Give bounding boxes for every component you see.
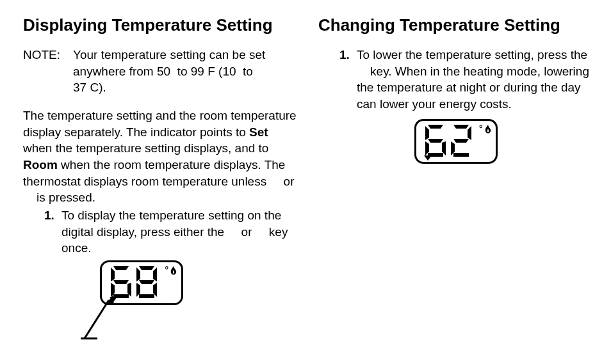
svg-marker-9: [139, 280, 154, 284]
manual-page: Displaying Temperature Setting NOTE: You…: [0, 0, 611, 364]
svg-marker-16: [428, 125, 443, 129]
changing-steps: To lower the temperature setting, press …: [318, 47, 593, 113]
changing-step-1: To lower the temperature setting, press …: [353, 47, 593, 113]
callout-arrow-icon: [77, 286, 134, 344]
svg-marker-14: [106, 295, 114, 305]
lcd-digits-62: [425, 125, 473, 157]
note-block: NOTE: Your temperature setting can be se…: [23, 47, 298, 96]
left-column: Displaying Temperature Setting NOTE: You…: [23, 15, 311, 364]
svg-marker-23: [468, 126, 471, 140]
para-part-c: when the temperature setting displays, a…: [23, 141, 268, 155]
displaying-step-1: To display the temperature setting on th…: [58, 207, 298, 257]
changing-temp-title: Changing Temperature Setting: [318, 15, 593, 35]
displaying-steps: To display the temperature setting on th…: [23, 207, 298, 257]
flame-icon: [170, 266, 177, 275]
svg-marker-22: [453, 125, 469, 129]
svg-marker-6: [139, 266, 154, 270]
svg-marker-17: [425, 126, 429, 140]
lcd-inner: °: [416, 121, 496, 162]
lcd-62-figure: °: [395, 119, 517, 170]
para-set-bold: Set: [249, 125, 268, 139]
lcd-frame: °: [414, 119, 498, 164]
svg-marker-24: [453, 139, 469, 143]
note-body: Your temperature setting can be set anyw…: [73, 47, 298, 96]
svg-line-13: [85, 300, 109, 338]
svg-marker-12: [139, 294, 154, 298]
digit-8: [136, 266, 157, 298]
displaying-paragraph: The temperature setting and the room tem…: [23, 107, 298, 206]
para-room-bold: Room: [23, 158, 58, 171]
pointer-triangle-icon: [424, 155, 432, 161]
svg-marker-2: [113, 280, 129, 284]
degree-symbol: °: [479, 123, 483, 134]
svg-marker-26: [453, 153, 469, 157]
flame-icon: [484, 125, 492, 134]
degree-symbol: °: [165, 265, 168, 275]
displaying-step-1-text: To display the temperature setting on th…: [61, 209, 288, 255]
note-label: NOTE:: [23, 47, 73, 96]
svg-marker-7: [136, 267, 140, 281]
displaying-temp-title: Displaying Temperature Setting: [23, 15, 298, 35]
svg-marker-8: [153, 267, 157, 281]
right-column: Changing Temperature Setting To lower th…: [311, 15, 593, 364]
para-part-e: when the room temperature displays. The …: [23, 158, 294, 204]
digit-6: [425, 125, 446, 157]
lcd-68-figure: °: [81, 260, 222, 350]
svg-marker-18: [428, 139, 443, 143]
digit-2: [451, 125, 471, 157]
changing-step-1-text: To lower the temperature setting, press …: [357, 48, 589, 111]
svg-marker-0: [113, 266, 129, 270]
svg-marker-1: [111, 267, 115, 281]
